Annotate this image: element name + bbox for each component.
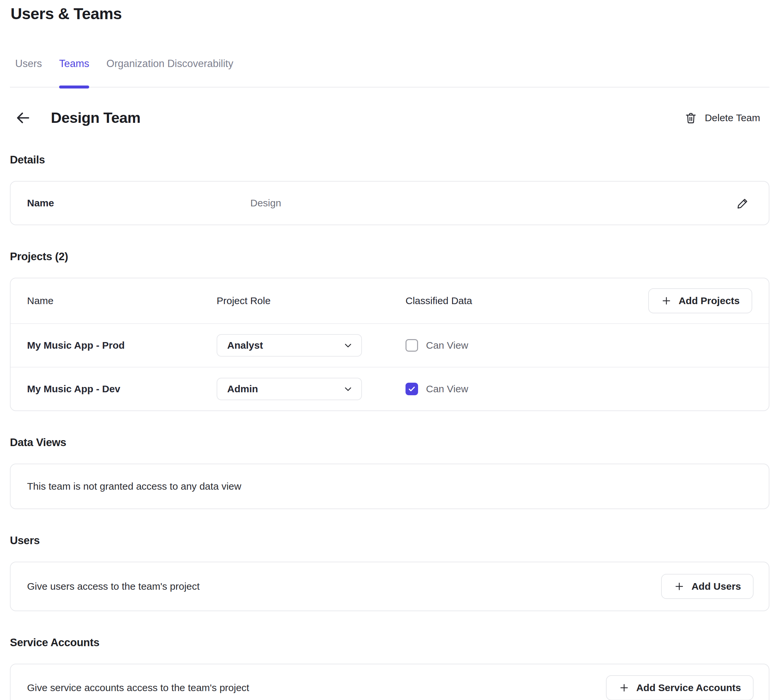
plus-icon	[618, 682, 630, 693]
tab-users[interactable]: Users	[15, 58, 42, 87]
arrow-left-icon	[14, 108, 32, 127]
data-views-heading: Data Views	[10, 436, 770, 449]
trash-icon	[684, 111, 697, 125]
project-role-select[interactable]: Analyst	[217, 334, 362, 357]
team-header: Design Team Delete Team	[10, 107, 770, 128]
projects-table: Name Project Role Classified Data Add Pr…	[10, 278, 770, 411]
settings-page: Users & Teams Users Teams Organization D…	[0, 0, 778, 700]
name-label: Name	[27, 197, 250, 209]
details-card: Name Design	[10, 181, 770, 225]
column-project-role: Project Role	[217, 295, 405, 307]
delete-team-button[interactable]: Delete Team	[684, 111, 770, 125]
service-accounts-heading: Service Accounts	[10, 636, 770, 649]
column-classified-data: Classified Data	[405, 295, 648, 307]
add-users-button[interactable]: Add Users	[661, 574, 753, 599]
projects-header-row: Name Project Role Classified Data Add Pr…	[10, 278, 769, 323]
can-view-checkbox[interactable]	[405, 383, 418, 395]
project-role-value: Analyst	[227, 340, 263, 351]
chevron-down-icon	[343, 384, 353, 394]
classified-data-cell: Can View	[405, 383, 752, 395]
edit-name-button[interactable]	[734, 194, 752, 212]
back-button[interactable]	[13, 107, 34, 128]
add-users-label: Add Users	[691, 581, 741, 592]
check-icon	[408, 385, 416, 393]
add-service-accounts-label: Add Service Accounts	[636, 682, 741, 693]
add-projects-button[interactable]: Add Projects	[648, 288, 752, 313]
project-name: My Music App - Prod	[27, 340, 217, 351]
tab-bar: Users Teams Organization Discoverability	[10, 58, 770, 88]
users-description: Give users access to the team's project	[27, 581, 200, 592]
plus-icon	[661, 295, 672, 307]
service-accounts-card: Give service accounts access to the team…	[10, 664, 770, 700]
project-row-dev: My Music App - Dev Admin Can View	[10, 367, 769, 410]
users-card: Give users access to the team's project …	[10, 562, 770, 611]
classified-data-cell: Can View	[405, 339, 752, 352]
name-value: Design	[250, 197, 734, 209]
add-projects-label: Add Projects	[679, 295, 740, 307]
plus-icon	[674, 581, 685, 592]
project-name: My Music App - Dev	[27, 383, 217, 395]
project-role-value: Admin	[227, 383, 258, 395]
can-view-label: Can View	[426, 340, 468, 351]
column-name: Name	[27, 295, 217, 307]
chevron-down-icon	[343, 340, 353, 351]
tab-teams[interactable]: Teams	[59, 58, 89, 87]
project-role-select[interactable]: Admin	[217, 378, 362, 400]
tab-organization-discoverability[interactable]: Organization Discoverability	[106, 58, 233, 87]
details-heading: Details	[10, 153, 770, 166]
can-view-label: Can View	[426, 383, 468, 395]
pencil-icon	[736, 197, 750, 210]
data-views-card: This team is not granted access to any d…	[10, 463, 770, 509]
users-heading: Users	[10, 534, 770, 547]
add-service-accounts-button[interactable]: Add Service Accounts	[606, 675, 753, 700]
projects-heading: Projects (2)	[10, 250, 770, 263]
project-row-prod: My Music App - Prod Analyst Can View	[10, 323, 769, 367]
data-views-empty-text: This team is not granted access to any d…	[27, 481, 242, 492]
page-title: Users & Teams	[10, 5, 770, 23]
team-title: Design Team	[51, 109, 140, 127]
can-view-checkbox[interactable]	[405, 339, 418, 352]
service-accounts-description: Give service accounts access to the team…	[27, 682, 249, 693]
delete-team-label: Delete Team	[705, 112, 760, 123]
